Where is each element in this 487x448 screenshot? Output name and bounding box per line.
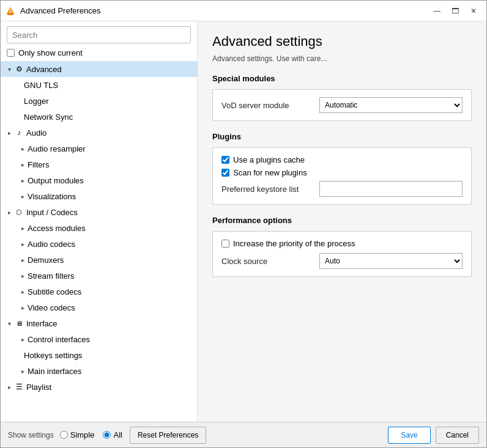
use-cache-label: Use a plugins cache bbox=[233, 155, 305, 164]
search-box bbox=[1, 21, 197, 46]
special-modules-box: VoD server module Automatic None bbox=[212, 89, 472, 121]
tree-item-advanced[interactable]: ▾ ⚙ Advanced bbox=[1, 61, 197, 77]
use-cache-row: Use a plugins cache bbox=[221, 155, 463, 164]
action-buttons: Save Cancel bbox=[388, 427, 479, 444]
clock-source-select[interactable]: Auto Default Monotonic bbox=[319, 253, 463, 269]
tree-label-interface: Interface bbox=[26, 319, 58, 328]
vod-server-select-wrap: Automatic None bbox=[319, 97, 463, 113]
expand-stream-filters-icon: ▸ bbox=[18, 271, 28, 281]
expand-visualizations-icon: ▸ bbox=[18, 191, 28, 201]
tree-item-hotkeys-settings[interactable]: Hotkeys settings bbox=[1, 347, 197, 363]
page-title: Advanced settings bbox=[212, 34, 472, 50]
tree-label-hotkeys-settings: Hotkeys settings bbox=[24, 351, 82, 360]
tree-item-subtitle-codecs[interactable]: ▸ Subtitle codecs bbox=[1, 284, 197, 299]
tree-item-visualizations[interactable]: ▸ Visualizations bbox=[1, 188, 197, 204]
expand-demuxers-icon: ▸ bbox=[18, 255, 28, 265]
tree-label-main-interfaces: Main interfaces bbox=[28, 367, 81, 376]
interface-icon: 🖥 bbox=[14, 318, 24, 328]
tree-item-output-modules[interactable]: ▸ Output modules bbox=[1, 172, 197, 188]
tree-container: ▾ ⚙ Advanced GNU TLS Logger Network Sync bbox=[1, 61, 197, 422]
show-settings-label: Show settings bbox=[8, 431, 54, 439]
special-modules-section: Special modules VoD server module Automa… bbox=[212, 74, 472, 121]
tree-item-demuxers[interactable]: ▸ Demuxers bbox=[1, 252, 197, 268]
preferred-keystore-input[interactable] bbox=[319, 181, 463, 197]
tree-label-input-codecs: Input / Codecs bbox=[26, 208, 78, 217]
increase-priority-label: Increase the priority of the process bbox=[233, 239, 355, 248]
tree-label-audio: Audio bbox=[26, 128, 46, 138]
window-title: Advanced Preferences bbox=[20, 6, 429, 15]
input-codecs-icon: ⬡ bbox=[14, 207, 24, 217]
tree-item-gnu-tls[interactable]: GNU TLS bbox=[1, 77, 197, 93]
performance-section: Performance options Increase the priorit… bbox=[212, 216, 472, 277]
tree-item-audio-resampler[interactable]: ▸ Audio resampler bbox=[1, 141, 197, 156]
clock-source-label: Clock source bbox=[221, 257, 319, 266]
tree-item-network-sync[interactable]: Network Sync bbox=[1, 109, 197, 125]
tree-item-stream-filters[interactable]: ▸ Stream filters bbox=[1, 268, 197, 284]
scan-new-checkbox[interactable] bbox=[221, 169, 229, 177]
maximize-button[interactable]: 🗖 bbox=[447, 3, 463, 19]
increase-priority-checkbox[interactable] bbox=[221, 240, 229, 248]
advanced-icon: ⚙ bbox=[14, 64, 24, 74]
expand-audio-resampler-icon: ▸ bbox=[18, 144, 28, 153]
tree-item-logger[interactable]: Logger bbox=[1, 93, 197, 109]
tree-label-filters: Filters bbox=[28, 160, 49, 169]
vod-server-select[interactable]: Automatic None bbox=[319, 97, 463, 113]
svg-point-1 bbox=[7, 13, 13, 15]
tree-item-audio-codecs[interactable]: ▸ Audio codecs bbox=[1, 236, 197, 252]
all-radio-row: All bbox=[103, 430, 122, 439]
performance-box: Increase the priority of the process Clo… bbox=[212, 231, 472, 277]
svg-point-3 bbox=[10, 9, 11, 10]
left-panel: Only show current ▾ ⚙ Advanced GNU TLS L… bbox=[1, 21, 198, 422]
window-controls: — 🗖 ✕ bbox=[429, 3, 481, 19]
title-bar: Advanced Preferences — 🗖 ✕ bbox=[1, 1, 486, 21]
tree-item-control-interfaces[interactable]: ▸ Control interfaces bbox=[1, 331, 197, 347]
simple-label: Simple bbox=[70, 430, 95, 439]
tree-item-input-codecs[interactable]: ▸ ⬡ Input / Codecs bbox=[1, 204, 197, 220]
scan-new-row: Scan for new plugins bbox=[221, 168, 463, 177]
main-content: Only show current ▾ ⚙ Advanced GNU TLS L… bbox=[1, 21, 486, 422]
scan-new-label: Scan for new plugins bbox=[233, 168, 307, 177]
tree-label-video-codecs: Video codecs bbox=[28, 303, 75, 312]
tree-item-video-codecs[interactable]: ▸ Video codecs bbox=[1, 299, 197, 315]
right-panel: Advanced settings Advanced settings. Use… bbox=[198, 21, 486, 422]
expand-audio-icon: ▸ bbox=[4, 128, 14, 138]
tree-item-audio[interactable]: ▸ ♪ Audio bbox=[1, 125, 197, 141]
only-show-current-row: Only show current bbox=[1, 46, 197, 61]
save-button[interactable]: Save bbox=[388, 427, 430, 444]
cancel-button[interactable]: Cancel bbox=[436, 427, 479, 444]
only-show-current-checkbox[interactable] bbox=[7, 49, 15, 57]
all-label: All bbox=[113, 430, 122, 439]
use-cache-checkbox[interactable] bbox=[221, 156, 229, 164]
tree-item-filters[interactable]: ▸ Filters bbox=[1, 156, 197, 172]
close-button[interactable]: ✕ bbox=[466, 3, 481, 19]
preferred-keystore-row: Preferred keystore list bbox=[221, 181, 463, 197]
tree-label-control-interfaces: Control interfaces bbox=[28, 335, 90, 344]
expand-subtitle-codecs-icon: ▸ bbox=[18, 287, 28, 296]
increase-priority-row: Increase the priority of the process bbox=[221, 239, 463, 248]
settings-mode-radio-group: Simple All bbox=[60, 430, 122, 439]
performance-title: Performance options bbox=[212, 216, 472, 225]
tree-item-main-interfaces[interactable]: ▸ Main interfaces bbox=[1, 363, 197, 379]
audio-icon: ♪ bbox=[14, 128, 24, 138]
tree-label-advanced: Advanced bbox=[26, 65, 62, 74]
expand-advanced-icon: ▾ bbox=[4, 64, 14, 74]
all-radio[interactable] bbox=[103, 431, 111, 439]
tree-label-audio-resampler: Audio resampler bbox=[28, 144, 86, 153]
simple-radio[interactable] bbox=[60, 431, 68, 439]
preferred-keystore-wrap bbox=[319, 181, 463, 197]
search-input[interactable] bbox=[7, 26, 191, 43]
reset-preferences-button[interactable]: Reset Preferences bbox=[130, 427, 206, 444]
tree-item-interface[interactable]: ▾ 🖥 Interface bbox=[1, 315, 197, 331]
minimize-button[interactable]: — bbox=[429, 3, 445, 19]
clock-source-wrap: Auto Default Monotonic bbox=[319, 253, 463, 269]
tree-label-logger: Logger bbox=[24, 97, 48, 106]
tree-label-subtitle-codecs: Subtitle codecs bbox=[28, 287, 81, 296]
tree-item-access-modules[interactable]: ▸ Access modules bbox=[1, 220, 197, 236]
expand-audio-codecs-icon: ▸ bbox=[18, 239, 28, 249]
preferred-keystore-label: Preferred keystore list bbox=[221, 185, 319, 194]
bottom-bar: Show settings Simple All Reset Preferenc… bbox=[1, 422, 486, 447]
tree-label-stream-filters: Stream filters bbox=[28, 271, 75, 281]
tree-item-playlist[interactable]: ▸ ☰ Playlist bbox=[1, 379, 197, 395]
tree-label-visualizations: Visualizations bbox=[28, 192, 76, 201]
tree-label-playlist: Playlist bbox=[26, 383, 51, 392]
